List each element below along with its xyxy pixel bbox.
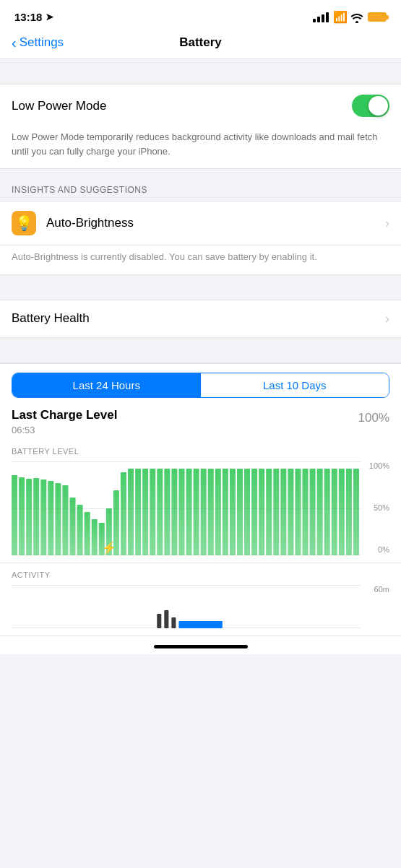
svg-text:⚡: ⚡ — [102, 541, 117, 555]
svg-rect-33 — [237, 469, 243, 555]
low-power-mode-label: Low Power Mode — [12, 99, 106, 113]
lightbulb-icon: 💡 — [15, 214, 33, 232]
svg-rect-23 — [164, 469, 170, 555]
low-power-mode-toggle[interactable] — [352, 95, 389, 117]
svg-rect-25 — [178, 469, 184, 555]
battery-chart-svg-area: ⚡ — [12, 461, 361, 555]
svg-rect-34 — [244, 469, 250, 555]
charge-level-row: Last Charge Level 06:53 100% — [0, 398, 401, 440]
nav-bar: ‹ Settings Battery — [0, 30, 401, 59]
svg-rect-48 — [346, 469, 352, 555]
status-bar: 13:18 ➤ 📶 — [0, 0, 401, 30]
chevron-left-icon: ‹ — [12, 35, 17, 50]
svg-rect-9 — [70, 498, 76, 555]
section-gap-2 — [0, 275, 401, 300]
svg-rect-6 — [48, 481, 53, 555]
svg-rect-30 — [215, 469, 221, 555]
activity-chart-label: ACTIVITY — [12, 563, 389, 582]
svg-rect-19 — [135, 469, 141, 555]
time-display: 13:18 — [14, 11, 42, 23]
last-24-hours-button[interactable]: Last 24 Hours — [12, 373, 201, 397]
svg-rect-21 — [150, 469, 155, 555]
charge-level-percent: 100% — [358, 411, 389, 425]
svg-rect-44 — [317, 469, 323, 555]
battery-level-chart-label: BATTERY LEVEL — [12, 440, 389, 459]
activity-chart: 60m — [12, 585, 389, 628]
svg-rect-18 — [128, 469, 134, 555]
back-label[interactable]: Settings — [20, 35, 64, 50]
svg-rect-3 — [26, 479, 32, 555]
activity-y-label-60m: 60m — [374, 585, 389, 594]
signal-icon — [313, 12, 329, 22]
y-label-0: 0% — [378, 545, 389, 554]
battery-y-axis-labels: 100% 50% 0% — [362, 461, 389, 555]
svg-rect-1 — [12, 475, 17, 555]
svg-rect-7 — [55, 483, 61, 555]
svg-rect-35 — [251, 469, 257, 555]
section-gap-3 — [0, 338, 401, 363]
svg-rect-52 — [171, 617, 176, 628]
svg-rect-29 — [208, 469, 214, 555]
charge-level-title: Last Charge Level — [12, 408, 117, 422]
charge-level-info: Last Charge Level 06:53 — [12, 408, 117, 435]
last-10-days-button[interactable]: Last 10 Days — [201, 373, 389, 397]
svg-rect-38 — [273, 469, 279, 555]
status-right: 📶 — [313, 10, 387, 24]
svg-point-0 — [355, 21, 358, 23]
section-gap-1 — [0, 59, 401, 84]
svg-rect-24 — [171, 469, 177, 555]
svg-rect-5 — [40, 479, 46, 555]
auto-brightness-label: Auto-Brightness — [46, 216, 379, 230]
charge-level-time: 06:53 — [12, 425, 117, 435]
battery-health-row[interactable]: Battery Health › — [0, 300, 401, 338]
home-indicator — [0, 636, 401, 654]
svg-rect-20 — [142, 469, 148, 555]
auto-brightness-row[interactable]: 💡 Auto-Brightness › — [0, 201, 401, 246]
svg-rect-36 — [259, 469, 264, 555]
svg-rect-43 — [310, 469, 316, 555]
svg-rect-51 — [164, 610, 168, 628]
svg-rect-27 — [194, 469, 199, 555]
svg-rect-37 — [266, 469, 272, 555]
location-icon: ➤ — [46, 12, 53, 22]
svg-rect-28 — [201, 469, 207, 555]
activity-chart-section: ACTIVITY 60m — [0, 563, 401, 635]
svg-rect-39 — [280, 469, 286, 555]
svg-rect-12 — [92, 519, 98, 555]
time-selector: Last 24 Hours Last 10 Days — [12, 373, 389, 398]
insights-section-header: INSIGHTS AND SUGGESTIONS — [0, 169, 401, 201]
svg-rect-45 — [324, 469, 330, 555]
svg-rect-31 — [223, 469, 228, 555]
y-label-50: 50% — [374, 503, 389, 512]
low-power-mode-row: Low Power Mode — [0, 84, 401, 127]
battery-level-chart: ⚡ — [12, 461, 389, 555]
svg-rect-41 — [295, 469, 301, 555]
status-left: 13:18 ➤ — [14, 11, 53, 23]
battery-health-chevron-icon: › — [385, 311, 389, 326]
svg-rect-50 — [157, 614, 161, 628]
home-bar[interactable] — [154, 645, 248, 648]
svg-rect-40 — [288, 469, 293, 555]
svg-rect-42 — [303, 469, 309, 555]
svg-rect-49 — [353, 469, 359, 555]
svg-rect-17 — [121, 472, 126, 555]
battery-level-chart-section: BATTERY LEVEL — [0, 440, 401, 563]
low-power-mode-card: Low Power Mode Low Power Mode temporaril… — [0, 84, 401, 169]
svg-rect-4 — [33, 478, 39, 555]
activity-y-labels: 60m — [362, 585, 389, 628]
toggle-knob — [368, 96, 388, 116]
activity-svg-area — [12, 585, 361, 628]
page-title: Battery — [179, 35, 222, 50]
svg-rect-11 — [85, 512, 90, 555]
battery-icon — [368, 12, 387, 22]
svg-rect-32 — [230, 469, 236, 555]
svg-rect-53 — [178, 621, 222, 628]
svg-rect-46 — [332, 469, 337, 555]
back-button[interactable]: ‹ Settings — [12, 35, 64, 50]
svg-rect-22 — [157, 469, 163, 555]
svg-rect-26 — [186, 469, 192, 555]
auto-brightness-icon: 💡 — [12, 211, 36, 235]
auto-brightness-description: Auto-Brightness is currently disabled. Y… — [0, 246, 401, 275]
svg-rect-47 — [339, 469, 345, 555]
svg-rect-8 — [62, 485, 68, 555]
